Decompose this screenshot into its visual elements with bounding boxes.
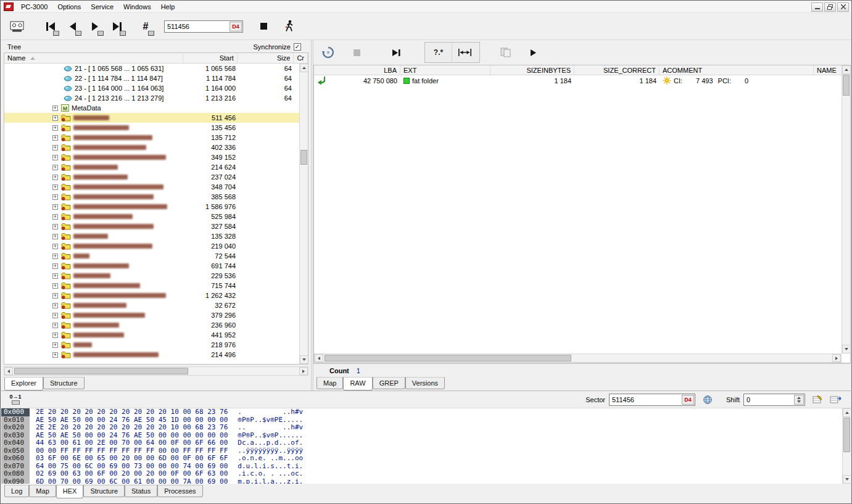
results-tab-map[interactable]: Map	[316, 377, 343, 389]
shift-spinner[interactable]	[794, 395, 804, 405]
hex-row[interactable]: 0x06003 6F 00 6E 00 65 00 20 00 00 6D 00…	[1, 455, 851, 463]
hex-row[interactable]: 0x0002E 20 20 20 20 20 20 20 20 20 20 10…	[1, 408, 851, 416]
tree-row-folder[interactable]: +385 568	[4, 192, 308, 202]
expand-icon[interactable]: +	[52, 273, 58, 279]
tree-row-metadata[interactable]: +MMetaData	[4, 103, 308, 113]
expand-icon[interactable]: +	[52, 145, 58, 151]
menu-help[interactable]: Help	[156, 1, 180, 12]
tree-row-folder[interactable]: +349 152	[4, 152, 308, 162]
expand-icon[interactable]: +	[52, 165, 58, 170]
expand-icon[interactable]: +	[52, 342, 58, 348]
tree-row-folder[interactable]: +1 262 432	[4, 291, 308, 300]
tree-row-folder[interactable]: +525 984	[4, 212, 308, 221]
tree-row-folder[interactable]: +214 624	[4, 162, 308, 172]
synchronize-checkbox[interactable]: ✓	[294, 43, 301, 51]
scroll-up-button[interactable]	[300, 64, 308, 72]
dec-toggle-button[interactable]: D4	[230, 22, 242, 31]
bottom-tab-status[interactable]: Status	[125, 485, 157, 497]
tree-row-folder[interactable]: +237 024	[4, 172, 308, 182]
shift-input[interactable]	[744, 396, 794, 403]
minimize-button[interactable]	[811, 2, 823, 12]
grid-column-header-ext[interactable]: EXT	[400, 65, 490, 75]
scroll-thumb[interactable]	[843, 418, 850, 452]
scroll-left-button[interactable]	[4, 367, 13, 375]
tree-row-folder[interactable]: +135 712	[4, 133, 308, 143]
grid-column-header-size-correct[interactable]: SIZE_CORRECT	[574, 65, 660, 75]
play-to-end-button[interactable]	[389, 44, 406, 61]
hex-row[interactable]: 0x04044 63 00 61 00 2E 00 70 00 64 00 0F…	[1, 439, 851, 447]
tree-row-range[interactable]: 21 - [ 1 065 568 ... 1 065 631]1 065 568…	[4, 64, 308, 73]
expand-icon[interactable]: +	[52, 204, 58, 210]
expand-icon[interactable]: +	[52, 125, 58, 131]
play-button[interactable]	[526, 44, 543, 61]
hex-vertical-scrollbar[interactable]	[842, 408, 851, 484]
tree-row-folder[interactable]: +72 544	[4, 251, 308, 261]
copy-results-button[interactable]	[498, 44, 516, 61]
tree-row-folder[interactable]: +229 536	[4, 271, 308, 281]
tree-row-folder[interactable]: +511 456	[4, 113, 308, 123]
expand-icon[interactable]: +	[52, 135, 58, 141]
grid-horizontal-scrollbar[interactable]	[314, 353, 842, 363]
expand-icon[interactable]: +	[52, 293, 58, 299]
tree-row-folder[interactable]: +214 496	[4, 350, 308, 360]
tree-row-folder[interactable]: +441 952	[4, 330, 308, 340]
restore-button[interactable]	[824, 2, 836, 12]
expand-icon[interactable]: +	[52, 175, 58, 180]
scroll-thumb[interactable]	[843, 75, 850, 96]
scroll-thumb[interactable]	[14, 368, 188, 374]
hex-export-button[interactable]	[829, 391, 846, 408]
tree-row-folder[interactable]: +219 040	[4, 241, 308, 251]
tree-row-folder[interactable]: +379 296	[4, 310, 308, 320]
bit-invert-button[interactable]: 0→1	[6, 392, 25, 407]
results-tab-grep[interactable]: GREP	[373, 377, 405, 389]
bottom-tab-hex[interactable]: HEX	[56, 485, 84, 498]
tree-row-folder[interactable]: +218 976	[4, 340, 308, 350]
expand-icon[interactable]: +	[52, 313, 58, 318]
expand-icon[interactable]: +	[52, 254, 58, 259]
expand-icon[interactable]: +	[52, 323, 58, 328]
results-tab-raw[interactable]: RAW	[343, 377, 372, 390]
column-header-name[interactable]: Name	[4, 53, 183, 63]
tree-row-folder[interactable]: +135 456	[4, 123, 308, 133]
hex-row[interactable]: 0x08002 69 00 63 00 6F 00 20 00 20 00 0F…	[1, 470, 851, 478]
expand-icon[interactable]: +	[52, 155, 58, 160]
tree-tab-structure[interactable]: Structure	[43, 377, 85, 389]
scroll-down-button[interactable]	[300, 355, 308, 364]
expand-icon[interactable]: +	[52, 263, 58, 269]
expand-icon[interactable]: +	[52, 333, 58, 338]
expand-icon[interactable]: +	[52, 214, 58, 220]
tree-row-range[interactable]: 24 - [ 1 213 216 ... 1 213 279]1 213 216…	[4, 93, 308, 103]
hex-dec-toggle-button[interactable]: D4	[682, 395, 694, 405]
column-header-cr[interactable]: Cr	[294, 53, 308, 63]
tree-row-folder[interactable]: +135 328	[4, 231, 308, 241]
tree-vertical-scrollbar[interactable]	[299, 64, 308, 364]
expand-icon[interactable]: +	[52, 105, 58, 111]
close-button[interactable]	[837, 2, 849, 12]
scroll-right-button[interactable]	[832, 354, 841, 362]
tree-row-folder[interactable]: +327 584	[4, 221, 308, 231]
tree-row-folder[interactable]: +348 704	[4, 182, 308, 192]
results-tab-versions[interactable]: Versions	[405, 377, 445, 389]
range-span-button[interactable]	[452, 43, 479, 62]
hex-row[interactable]: 0x0202E 2E 20 20 20 20 20 20 20 20 20 10…	[1, 424, 851, 432]
tree-row-folder[interactable]: +236 960	[4, 320, 308, 330]
menu-pc-3000[interactable]: PC-3000	[16, 1, 52, 12]
sector-input[interactable]	[165, 23, 230, 30]
tree-row-folder[interactable]: +1 586 976	[4, 202, 308, 212]
table-row[interactable]: 42 750 080fat folder1 1841 184CI:7 493PC…	[314, 75, 850, 86]
tree-row-range[interactable]: 23 - [ 1 164 000 ... 1 164 063]1 164 000…	[4, 83, 308, 93]
bottom-tab-map[interactable]: Map	[29, 485, 56, 497]
grid-column-header-lba[interactable]: LBA	[314, 65, 400, 75]
run-button[interactable]	[281, 15, 300, 38]
tree-tab-explorer[interactable]: Explorer	[4, 377, 43, 390]
build-map-button[interactable]	[321, 44, 338, 61]
goto-sector-button[interactable]: #	[134, 15, 157, 38]
encoding-button[interactable]	[700, 391, 718, 408]
expand-icon[interactable]: +	[52, 184, 58, 190]
menu-windows[interactable]: Windows	[118, 1, 156, 12]
tree-row-folder[interactable]: +32 672	[4, 300, 308, 310]
scroll-thumb[interactable]	[300, 150, 307, 165]
hex-sector-input[interactable]	[610, 396, 682, 403]
scroll-down-button[interactable]	[842, 345, 851, 353]
expand-icon[interactable]: +	[52, 244, 58, 249]
